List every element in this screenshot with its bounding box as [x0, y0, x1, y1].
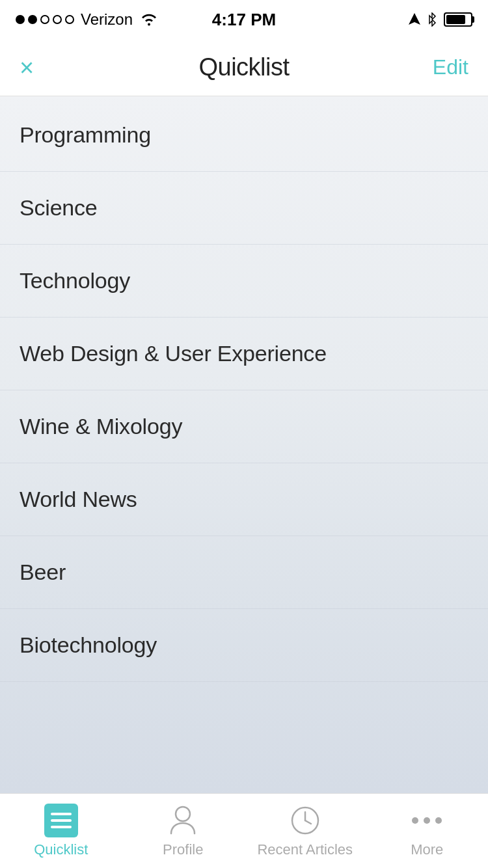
list-item-label: World News	[20, 487, 137, 511]
quicklist-tab-icon	[44, 804, 78, 837]
quicklist-tab-label: Quicklist	[34, 841, 88, 858]
status-left: Verizon	[16, 10, 157, 29]
profile-tab-icon	[166, 804, 200, 837]
recent-articles-tab-label: Recent Articles	[257, 841, 353, 858]
quicklist-icon-box	[44, 804, 78, 837]
quicklist-icon-line	[51, 819, 72, 822]
quicklist-icon-line	[51, 826, 72, 828]
list-item[interactable]: World News	[0, 463, 488, 536]
status-bar: Verizon 4:17 PM	[0, 0, 488, 39]
list-item[interactable]: Biotechnology	[0, 609, 488, 682]
list-item-label: Web Design & User Experience	[20, 341, 327, 366]
more-tab-icon	[410, 804, 444, 837]
list-item-label: Wine & Mixology	[20, 414, 182, 439]
page-title: Quicklist	[198, 53, 289, 81]
close-button[interactable]: ×	[20, 55, 59, 80]
recent-articles-tab-icon	[288, 804, 322, 837]
profile-tab-label: Profile	[163, 841, 203, 858]
list-item-label: Biotechnology	[20, 632, 157, 657]
svg-point-6	[435, 817, 442, 824]
tab-profile[interactable]: Profile	[122, 804, 245, 858]
svg-point-4	[412, 817, 418, 824]
list-item[interactable]: Science	[0, 172, 488, 245]
tab-quicklist[interactable]: Quicklist	[0, 804, 122, 858]
battery-fill	[446, 15, 465, 24]
quicklist-container: Programming Science Technology Web Desig…	[0, 96, 488, 793]
tab-bar: Quicklist Profile Recent Articles	[0, 793, 488, 868]
list-item-label: Technology	[20, 268, 130, 293]
list-item-label: Programming	[20, 122, 151, 147]
more-dots-icon	[410, 815, 444, 826]
tab-recent-articles[interactable]: Recent Articles	[244, 804, 366, 858]
header: × Quicklist Edit	[0, 39, 488, 96]
list-item[interactable]: Web Design & User Experience	[0, 318, 488, 390]
signal-dot-3	[40, 15, 49, 24]
wifi-icon	[141, 13, 157, 26]
signal-dot-4	[53, 15, 62, 24]
status-right	[409, 12, 472, 27]
clock-icon	[290, 806, 320, 835]
carrier-label: Verizon	[81, 10, 133, 29]
svg-point-0	[176, 807, 190, 821]
list-item-label: Beer	[20, 560, 66, 584]
list-item-label: Science	[20, 195, 98, 220]
person-icon	[170, 805, 196, 836]
battery-indicator	[444, 12, 472, 27]
list-item[interactable]: Wine & Mixology	[0, 390, 488, 463]
status-time: 4:17 PM	[212, 10, 276, 30]
list-item[interactable]: Programming	[0, 96, 488, 172]
edit-button[interactable]: Edit	[429, 55, 468, 79]
signal-dot-5	[65, 15, 74, 24]
signal-dot-2	[28, 15, 37, 24]
signal-dots	[16, 15, 74, 24]
more-tab-label: More	[411, 841, 443, 858]
list-item[interactable]: Technology	[0, 245, 488, 318]
location-icon	[409, 13, 420, 26]
svg-point-5	[424, 817, 430, 824]
tab-more[interactable]: More	[366, 804, 489, 858]
bluetooth-icon	[427, 12, 437, 27]
svg-line-3	[305, 821, 311, 824]
list-item[interactable]: Beer	[0, 536, 488, 609]
quicklist-icon-line	[51, 813, 72, 815]
signal-dot-1	[16, 15, 25, 24]
